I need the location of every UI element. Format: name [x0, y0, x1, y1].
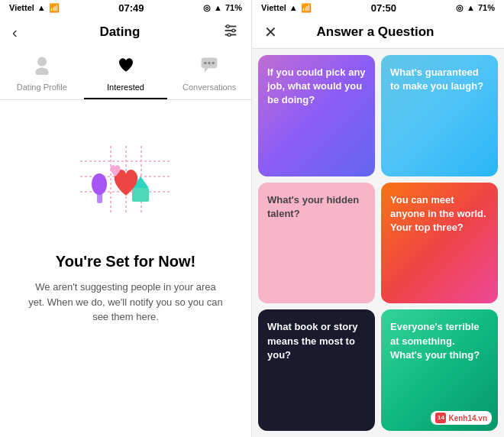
question-card-1[interactable]: If you could pick any job, what would yo…: [258, 55, 375, 176]
watermark: 14 Kenh14.vn: [431, 411, 492, 425]
questions-grid: If you could pick any job, what would yo…: [252, 49, 504, 437]
question-text-6: Everyone's terrible at something. What's…: [390, 320, 489, 362]
left-signal-icon: ▲: [37, 3, 46, 12]
right-battery-icon: ▲: [467, 3, 475, 12]
svg-point-3: [227, 24, 230, 28]
right-nav-title: Answer a Question: [277, 24, 473, 40]
main-content: You're Set for Now! We aren't suggesting…: [0, 100, 251, 437]
svg-point-6: [37, 57, 47, 66]
tab-interested-label: Interested: [107, 83, 144, 92]
tab-conversations-label: Conversations: [183, 83, 236, 92]
left-carrier: Viettel: [9, 3, 34, 12]
right-time: 07:50: [371, 2, 396, 14]
left-nav-title: Dating: [99, 24, 140, 40]
interested-icon: [116, 55, 136, 79]
left-location-icon: ◎: [203, 3, 211, 13]
question-text-1: If you could pick any job, what would yo…: [267, 66, 366, 108]
watermark-logo: 14: [435, 413, 446, 423]
dating-profile-icon: [32, 55, 52, 79]
right-carrier: Viettel: [261, 3, 286, 12]
svg-point-7: [35, 67, 48, 75]
left-time: 07:49: [118, 2, 144, 14]
settings-button[interactable]: [222, 22, 239, 43]
tab-dating-profile[interactable]: Dating Profile: [0, 49, 84, 99]
watermark-text: Kenh14.vn: [448, 414, 487, 422]
question-card-4[interactable]: You can meet anyone in the world. Your t…: [381, 183, 498, 304]
left-battery-icon: ▲: [214, 3, 222, 12]
question-text-5: What book or story means the most to you…: [267, 320, 366, 362]
svg-point-5: [228, 33, 231, 36]
right-location-icon: ◎: [456, 3, 464, 13]
main-heading: You're Set for Now!: [56, 253, 195, 270]
question-card-3[interactable]: What's your hidden talent?: [258, 183, 375, 304]
left-wifi-icon: 📶: [49, 3, 60, 13]
right-status-bar: Viettel ▲ 📶 07:50 ◎ ▲ 71%: [252, 0, 504, 15]
question-card-5[interactable]: What book or story means the most to you…: [258, 309, 375, 431]
left-nav-bar: ‹ Dating: [0, 15, 251, 49]
tab-interested[interactable]: Interested: [84, 49, 168, 99]
tab-dating-profile-label: Dating Profile: [17, 83, 67, 92]
tab-conversations[interactable]: Conversations: [167, 49, 251, 99]
left-status-bar: Viettel ▲ 📶 07:49 ◎ ▲ 71%: [0, 0, 251, 15]
close-button[interactable]: ✕: [264, 23, 277, 41]
svg-point-12: [212, 62, 215, 64]
svg-marker-9: [205, 68, 208, 72]
svg-point-10: [204, 62, 206, 64]
main-description: We aren't suggesting people in your area…: [27, 280, 225, 325]
right-signal-icon: ▲: [289, 3, 298, 12]
right-battery: 71%: [478, 3, 495, 12]
conversations-icon: [199, 55, 219, 79]
left-panel: Viettel ▲ 📶 07:49 ◎ ▲ 71% ‹ Dating: [0, 0, 252, 437]
left-battery: 71%: [225, 3, 242, 12]
question-text-3: What's your hidden talent?: [267, 193, 366, 221]
svg-point-20: [92, 173, 107, 195]
svg-point-11: [208, 62, 210, 64]
right-wifi-icon: 📶: [301, 3, 312, 13]
question-text-4: You can meet anyone in the world. Your t…: [390, 193, 489, 235]
tab-bar: Dating Profile Interested Conversation: [0, 49, 251, 100]
question-text-2: What's guaranteed to make you laugh?: [390, 66, 489, 93]
right-nav-bar: ✕ Answer a Question: [252, 15, 504, 49]
svg-rect-21: [132, 188, 149, 202]
right-panel: Viettel ▲ 📶 07:50 ◎ ▲ 71% ✕ Answer a Que…: [252, 0, 504, 437]
dating-illustration: [65, 115, 187, 238]
question-card-6[interactable]: Everyone's terrible at something. What's…: [381, 309, 498, 431]
svg-point-4: [232, 29, 235, 32]
back-button[interactable]: ‹: [12, 24, 18, 41]
question-card-2[interactable]: What's guaranteed to make you laugh?: [381, 55, 498, 176]
